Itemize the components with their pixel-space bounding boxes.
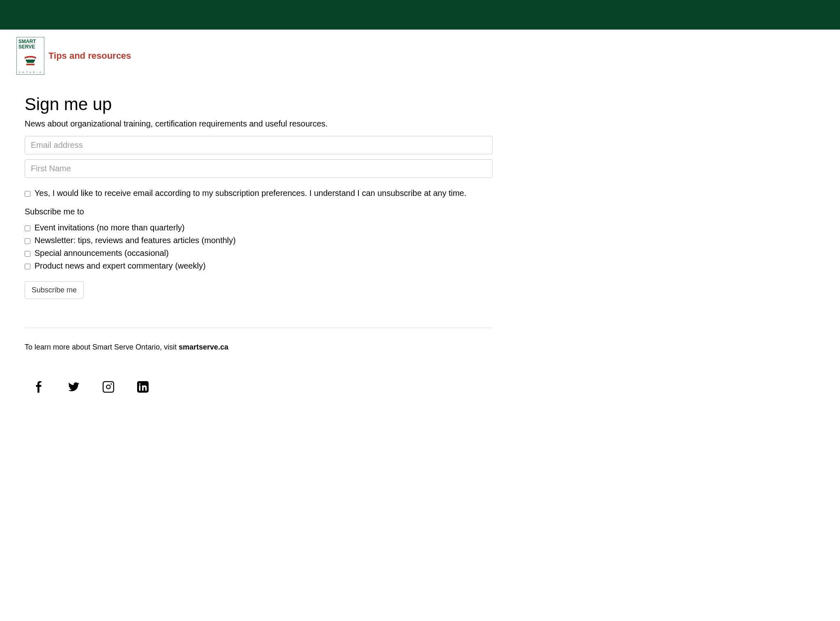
- social-row: [25, 381, 493, 394]
- option-checkbox-events[interactable]: [25, 225, 30, 231]
- logo-line2: SERVE: [18, 44, 42, 50]
- option-label: Event invitations (no more than quarterl…: [34, 223, 185, 232]
- option-checkbox-product-news[interactable]: [25, 264, 30, 269]
- option-row[interactable]: Event invitations (no more than quarterl…: [25, 223, 493, 232]
- email-field[interactable]: [25, 136, 493, 154]
- page-title: Sign me up: [25, 94, 493, 114]
- top-bar: [0, 0, 840, 30]
- option-label: Newsletter: tips, reviews and features a…: [34, 236, 236, 245]
- logo-graphic: [22, 54, 39, 67]
- first-name-field[interactable]: [25, 159, 493, 178]
- svg-point-2: [110, 383, 112, 385]
- consent-label: Yes, I would like to receive email accor…: [34, 189, 466, 198]
- option-row[interactable]: Product news and expert commentary (week…: [25, 261, 493, 271]
- header: SMART SERVE O N T A R I O Tips and resou…: [0, 30, 840, 75]
- tagline: Tips and resources: [48, 51, 131, 61]
- option-row[interactable]: Newsletter: tips, reviews and features a…: [25, 236, 493, 245]
- facebook-icon[interactable]: [34, 381, 45, 394]
- subscribe-button[interactable]: Subscribe me: [25, 281, 84, 299]
- footer-link[interactable]: smartserve.ca: [179, 343, 228, 351]
- svg-point-1: [106, 385, 110, 389]
- linkedin-icon[interactable]: [137, 381, 149, 394]
- footer-text: To learn more about Smart Serve Ontario,…: [25, 343, 493, 352]
- option-label: Special announcements (occasional): [34, 248, 169, 258]
- footer-prefix: To learn more about Smart Serve Ontario,…: [25, 343, 179, 351]
- option-checkbox-newsletter[interactable]: [25, 238, 30, 244]
- instagram-icon[interactable]: [103, 381, 114, 394]
- divider: [25, 328, 493, 328]
- logo: SMART SERVE O N T A R I O: [16, 37, 44, 75]
- svg-rect-0: [26, 64, 34, 65]
- page-subtitle: News about organizational training, cert…: [25, 119, 493, 129]
- section-label: Subscribe me to: [25, 207, 493, 216]
- logo-text: SMART SERVE: [18, 39, 42, 50]
- option-checkbox-announcements[interactable]: [25, 251, 30, 257]
- consent-row[interactable]: Yes, I would like to receive email accor…: [25, 189, 493, 198]
- option-row[interactable]: Special announcements (occasional): [25, 248, 493, 258]
- consent-checkbox[interactable]: [25, 191, 30, 197]
- logo-bottom: O N T A R I O: [19, 71, 42, 74]
- content: Sign me up News about organizational tra…: [0, 75, 517, 411]
- options-list: Event invitations (no more than quarterl…: [25, 223, 493, 271]
- twitter-icon[interactable]: [68, 381, 80, 394]
- option-label: Product news and expert commentary (week…: [34, 261, 206, 271]
